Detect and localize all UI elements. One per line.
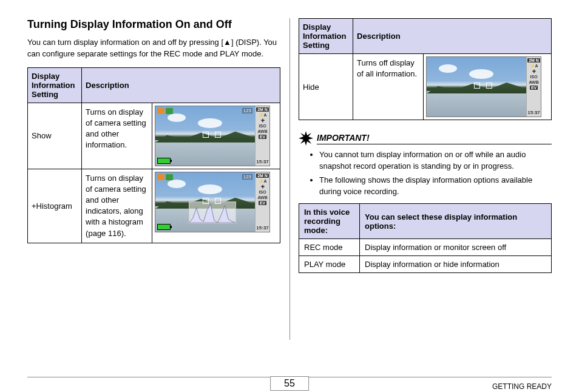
intro-text: You can turn display information on and … [27, 37, 280, 60]
t1-head-setting: Display Information Setting [28, 67, 82, 103]
page-title: Turning Display Information On and Off [27, 18, 280, 31]
t2-r0-label: Hide [299, 54, 353, 120]
important-label: IMPORTANT! [317, 133, 552, 144]
t1-head-desc: Description [82, 67, 280, 103]
battery-icon [157, 224, 171, 230]
voice-recording-table: In this voice recording mode: You can se… [299, 203, 552, 273]
burst-icon [299, 131, 313, 146]
important-heading: IMPORTANT! [299, 131, 552, 146]
page-footer: 55 GETTING READY [27, 377, 552, 381]
t1-r1-image: 123 2M N ⚡A ✚ ISO [152, 169, 280, 243]
note-item: The following shows the display informat… [319, 175, 552, 198]
vt-head-opts: You can select these display information… [360, 204, 552, 239]
t1-r1-desc: Turns on display of camera setting and o… [82, 169, 152, 243]
table-row: Hide Turns off display of all informatio… [299, 54, 552, 120]
table-row: REC mode Display information or monitor … [299, 239, 552, 256]
settings-table-1: Display Information Setting Description … [27, 67, 280, 243]
t1-r0-label: Show [28, 103, 82, 169]
info-sidebar: 2M N ⚡A ✚ ISO AWB EV 15:37 [255, 172, 269, 232]
t1-r1-label: +Histogram [28, 169, 82, 243]
t2-r0-image: 2M N ⚡A ✚ ISO AWB EV 15:37 [424, 54, 552, 120]
page-number: 55 [270, 376, 309, 391]
camera-preview-show: 123 2M N ⚡A ✚ ISO AWB EV 15:37 [155, 106, 270, 166]
section-label: GETTING READY [492, 382, 552, 391]
t2-head-setting: Display Information Setting [299, 19, 353, 54]
histogram-overlay [189, 201, 236, 223]
camera-preview-histogram: 123 2M N ⚡A ✚ ISO [155, 172, 270, 232]
table-row: PLAY mode Display information or hide in… [299, 256, 552, 273]
vt-r0-mode: REC mode [299, 239, 360, 256]
battery-icon [157, 158, 171, 164]
vt-r0-opts: Display information or monitor screen of… [360, 239, 552, 256]
t2-head-desc: Description [353, 19, 552, 54]
up-triangle-icon: ▲ [223, 38, 231, 47]
time-label: 15:37 [256, 160, 268, 164]
vt-head-mode: In this voice recording mode: [299, 204, 360, 239]
vt-r1-mode: PLAY mode [299, 256, 360, 273]
info-sidebar: 2M N ⚡A ✚ ISO AWB EV 15:37 [255, 106, 269, 166]
table-row: +Histogram Turns on display of camera se… [28, 169, 280, 243]
table-row: Show Turns on display of camera setting … [28, 103, 280, 169]
intro-a: You can turn display information on and … [27, 38, 223, 47]
info-sidebar: 2M N ⚡A ✚ ISO AWB EV 15:37 [526, 57, 541, 117]
settings-table-2: Display Information Setting Description … [299, 18, 552, 120]
t1-r0-image: 123 2M N ⚡A ✚ ISO AWB EV 15:37 [152, 103, 280, 169]
camera-preview-hide: 2M N ⚡A ✚ ISO AWB EV 15:37 [426, 56, 541, 117]
shot-count: 123 [242, 108, 252, 113]
t1-r0-desc: Turns on display of camera setting and o… [82, 103, 152, 169]
t2-r0-desc: Turns off display of all information. [353, 54, 424, 120]
important-notes: You cannot turn display information on o… [299, 149, 552, 197]
svg-marker-0 [299, 131, 313, 146]
left-column: Turning Display Information On and Off Y… [27, 18, 280, 328]
note-item: You cannot turn display information on o… [319, 149, 552, 172]
column-divider [290, 18, 290, 340]
right-column: Display Information Setting Description … [299, 18, 552, 328]
vt-r1-opts: Display information or hide information [360, 256, 552, 273]
